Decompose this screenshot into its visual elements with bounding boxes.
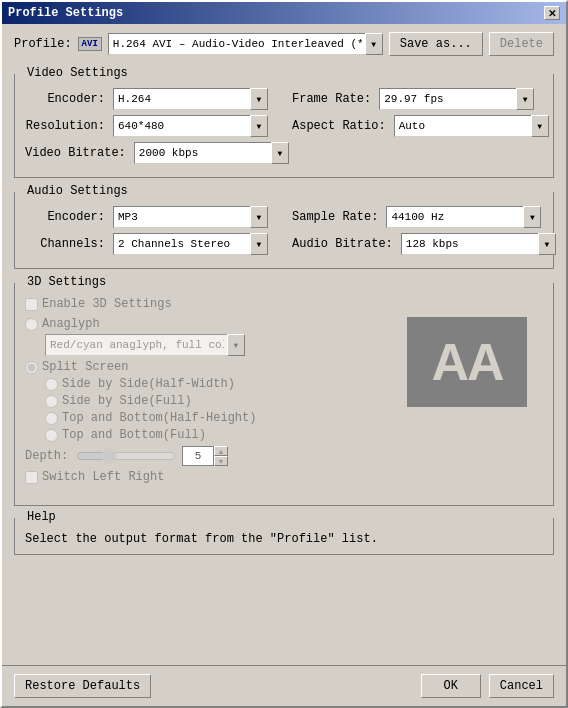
video-encoder-select-container: H.264 ▼ (113, 88, 268, 110)
depth-spinner-buttons: ▲ ▼ (214, 446, 228, 466)
channels-label: Channels: (25, 237, 105, 251)
sample-rate-select[interactable]: 44100 Hz (386, 206, 541, 228)
side-by-side-full-label: Side by Side(Full) (62, 394, 192, 408)
dialog-content: Profile: AVI H.264 AVI – Audio-Video Int… (2, 24, 566, 665)
top-bottom-half-row: Top and Bottom(Half-Height) (45, 411, 543, 425)
dialog-title: Profile Settings (8, 6, 123, 20)
frame-rate-select[interactable]: 29.97 fps (379, 88, 534, 110)
ok-button[interactable]: OK (421, 674, 481, 698)
aspect-ratio-select[interactable]: Auto (394, 115, 549, 137)
channels-select-container: 2 Channels Stereo ▼ (113, 233, 268, 255)
depth-spinner: ▲ ▼ (182, 446, 228, 466)
video-encoder-row: Encoder: H.264 ▼ Frame Rate: 29.97 fps ▼ (25, 88, 543, 110)
resolution-select[interactable]: 640*480 (113, 115, 268, 137)
help-text: Select the output format from the "Profi… (25, 532, 543, 546)
audio-bitrate-label: Audio Bitrate: (292, 237, 393, 251)
audio-encoder-label: Encoder: (25, 210, 105, 224)
depth-row: Depth: ▲ ▼ (25, 446, 543, 466)
3d-preview-box: AA (407, 317, 527, 407)
depth-value-input[interactable] (182, 446, 214, 466)
depth-decrement-button[interactable]: ▼ (214, 456, 228, 466)
profile-icon: AVI (78, 37, 102, 51)
switch-lr-label: Switch Left Right (42, 470, 164, 484)
delete-button[interactable]: Delete (489, 32, 554, 56)
audio-channels-row: Channels: 2 Channels Stereo ▼ Audio Bitr… (25, 233, 543, 255)
profile-label: Profile: (14, 37, 72, 51)
footer-right-buttons: OK Cancel (421, 674, 554, 698)
frame-rate-label: Frame Rate: (292, 92, 371, 106)
profile-settings-dialog: Profile Settings ✕ Profile: AVI H.264 AV… (0, 0, 568, 708)
video-bitrate-label: Video Bitrate: (25, 146, 126, 160)
side-by-side-half-radio[interactable] (45, 378, 58, 391)
video-encoder-label: Encoder: (25, 92, 105, 106)
top-bottom-full-row: Top and Bottom(Full) (45, 428, 543, 442)
enable-3d-checkbox-label: Enable 3D Settings (42, 297, 172, 311)
profile-row: Profile: AVI H.264 AVI – Audio-Video Int… (14, 32, 554, 56)
anaglyph-radio[interactable] (25, 318, 38, 331)
channels-select[interactable]: 2 Channels Stereo (113, 233, 268, 255)
resolution-label: Resolution: (25, 119, 105, 133)
video-resolution-row: Resolution: 640*480 ▼ Aspect Ratio: Auto… (25, 115, 543, 137)
switch-lr-checkbox[interactable] (25, 471, 38, 484)
anaglyph-label: Anaglyph (42, 317, 100, 331)
anaglyph-sub-select[interactable]: Red/cyan anaglyph, full color (45, 334, 245, 356)
title-bar: Profile Settings ✕ (2, 2, 566, 24)
split-screen-label: Split Screen (42, 360, 128, 374)
profile-select-container: H.264 AVI – Audio-Video Interleaved (*.a… (108, 33, 383, 55)
save-as-button[interactable]: Save as... (389, 32, 483, 56)
video-settings-label: Video Settings (23, 66, 132, 80)
video-bitrate-select[interactable]: 2000 kbps (134, 142, 289, 164)
resolution-select-container: 640*480 ▼ (113, 115, 268, 137)
side-by-side-full-radio[interactable] (45, 395, 58, 408)
settings-3d-label: 3D Settings (23, 275, 110, 289)
help-label: Help (23, 510, 60, 524)
aspect-ratio-select-container: Auto ▼ (394, 115, 549, 137)
video-bitrate-row: Video Bitrate: 2000 kbps ▼ (25, 142, 543, 164)
top-bottom-half-label: Top and Bottom(Half-Height) (62, 411, 256, 425)
video-bitrate-select-container: 2000 kbps ▼ (134, 142, 289, 164)
video-settings-group: Video Settings Encoder: H.264 ▼ Frame Ra… (14, 74, 554, 178)
audio-settings-group: Audio Settings Encoder: MP3 ▼ Sample Rat… (14, 192, 554, 269)
profile-select[interactable]: H.264 AVI – Audio-Video Interleaved (*.a… (108, 33, 383, 55)
top-bottom-half-radio[interactable] (45, 412, 58, 425)
3d-content: AA Enable 3D Settings Anaglyph Red/cyan … (25, 297, 543, 497)
audio-bitrate-select[interactable]: 128 kbps (401, 233, 556, 255)
depth-increment-button[interactable]: ▲ (214, 446, 228, 456)
enable-3d-row: Enable 3D Settings (25, 297, 543, 311)
dialog-footer: Restore Defaults OK Cancel (2, 665, 566, 706)
switch-lr-row: Switch Left Right (25, 470, 543, 484)
restore-defaults-button[interactable]: Restore Defaults (14, 674, 151, 698)
top-bottom-full-radio[interactable] (45, 429, 58, 442)
help-group: Help Select the output format from the "… (14, 518, 554, 555)
audio-encoder-row: Encoder: MP3 ▼ Sample Rate: 44100 Hz ▼ (25, 206, 543, 228)
split-screen-radio[interactable] (25, 361, 38, 374)
sample-rate-label: Sample Rate: (292, 210, 378, 224)
audio-settings-label: Audio Settings (23, 184, 132, 198)
side-by-side-half-label: Side by Side(Half-Width) (62, 377, 235, 391)
frame-rate-select-container: 29.97 fps ▼ (379, 88, 534, 110)
aspect-ratio-label: Aspect Ratio: (292, 119, 386, 133)
audio-encoder-select[interactable]: MP3 (113, 206, 268, 228)
close-button[interactable]: ✕ (544, 6, 560, 20)
enable-3d-checkbox[interactable] (25, 298, 38, 311)
top-bottom-full-label: Top and Bottom(Full) (62, 428, 206, 442)
preview-aa-text: AA (431, 332, 502, 392)
anaglyph-sub-select-container: Red/cyan anaglyph, full color ▼ (45, 334, 245, 356)
sample-rate-select-container: 44100 Hz ▼ (386, 206, 541, 228)
depth-slider[interactable] (76, 448, 176, 464)
cancel-button[interactable]: Cancel (489, 674, 554, 698)
settings-3d-group: 3D Settings AA Enable 3D Settings Anagly… (14, 283, 554, 506)
depth-label: Depth: (25, 449, 70, 463)
audio-bitrate-select-container: 128 kbps ▼ (401, 233, 556, 255)
audio-encoder-select-container: MP3 ▼ (113, 206, 268, 228)
video-encoder-select[interactable]: H.264 (113, 88, 268, 110)
